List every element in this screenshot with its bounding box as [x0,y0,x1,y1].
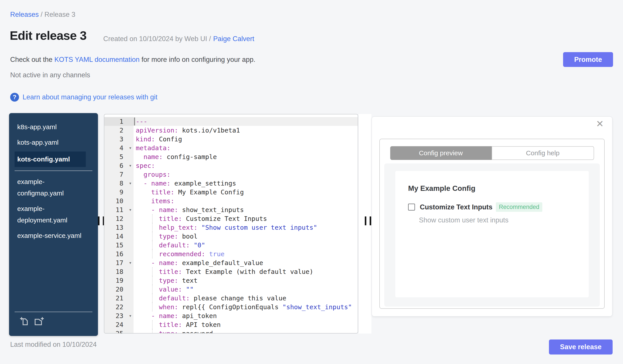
code-text: --- [134,117,358,126]
code-line-2[interactable]: 2apiVersion: kots.io/v1beta1 [104,126,358,135]
recommended-badge: Recommended [496,202,542,212]
code-text: - name: example_settings [134,179,358,188]
preview-tabs: Config preview Config help [390,146,594,160]
line-number: 19 [104,276,134,285]
fold-arrow-icon[interactable]: ▾ [129,258,132,267]
question-mark-icon: ? [10,93,19,101]
code-line-11[interactable]: 11▾ - name: show_text_inputs [104,205,358,214]
customize-text-inputs-checkbox[interactable] [408,204,415,210]
code-text: - name: show_text_inputs [134,205,358,214]
code-line-22[interactable]: 22 when: repl{{ ConfigOptionEquals "show… [104,303,358,311]
close-icon[interactable]: ✕ [596,119,604,129]
file-item-kots-config.yaml[interactable]: kots-config.yaml [15,152,86,167]
code-text: groups: [134,170,358,179]
last-modified-text: Last modified on 10/10/2024 [10,341,97,348]
code-line-25[interactable]: 25 type: password [104,329,358,334]
code-line-10[interactable]: 10 items: [104,197,358,205]
fold-arrow-icon[interactable]: ▾ [129,311,132,320]
code-line-6[interactable]: 6▾spec: [104,161,358,170]
file-item-kots-app.yaml[interactable]: kots-app.yaml [15,135,86,150]
code-line-7[interactable]: 7 groups: [104,170,358,179]
text-cursor [134,118,135,125]
fold-arrow-icon[interactable]: ▾ [129,179,132,188]
config-item-label: Customize Text Inputs [420,203,492,211]
release-meta: Created on 10/10/2024 by Web UI /Paige C… [103,35,254,43]
code-line-16[interactable]: 16 recommended: true [104,250,358,258]
code-line-4[interactable]: 4▾metadata: [104,143,358,152]
file-item-example-service.yaml[interactable]: example-service.yaml [15,228,86,243]
code-text: type: password [134,329,358,334]
file-item-k8s-app.yaml[interactable]: k8s-app.yaml [15,119,86,135]
breadcrumb-separator: / [39,11,44,18]
breadcrumb: Releases / Release 3 [10,11,75,19]
file-item-example-configmap.yaml[interactable]: example-configmap.yaml [15,174,86,201]
resize-bar [365,217,366,225]
git-help-link[interactable]: Learn about managing your releases with … [22,93,157,101]
page-title: Edit release 3 [10,28,87,43]
code-text: default: please change this value [134,294,358,303]
line-number: 14 [104,232,134,241]
code-line-20[interactable]: 20 value: "" [104,285,358,294]
code-text: type: bool [134,232,358,241]
code-line-24[interactable]: 24 title: API token [104,320,358,329]
file-tree-sidebar: k8s-app.yamlkots-app.yamlkots-config.yam… [9,113,98,336]
line-number: 22 [104,303,134,311]
line-number: 4▾ [104,143,134,152]
code-line-19[interactable]: 19 type: text [104,276,358,285]
line-number: 9 [104,188,134,197]
code-text: - name: example_default_value [134,258,358,267]
line-number: 2 [104,126,134,135]
tab-config-preview[interactable]: Config preview [390,146,492,160]
editor-resize-handle[interactable] [365,217,371,225]
code-line-23[interactable]: 23▾ - name: api_token [104,311,358,320]
breadcrumb-current: Release 3 [44,11,75,18]
code-line-8[interactable]: 8▾ - name: example_settings [104,179,358,188]
code-line-21[interactable]: 21 default: please change this value [104,294,358,303]
add-folder-icon[interactable] [34,316,44,326]
code-line-13[interactable]: 13 help_text: "Show custom user text inp… [104,223,358,232]
breadcrumb-releases-link[interactable]: Releases [10,11,39,18]
line-number: 12 [104,214,134,223]
fold-arrow-icon[interactable]: ▾ [129,161,132,170]
config-item-row: Customize Text Inputs Recommended [408,202,576,212]
code-text: title: My Example Config [134,188,358,197]
kots-docs-link[interactable]: KOTS YAML documentation [54,56,139,63]
resize-bar [98,217,99,225]
code-line-1[interactable]: 1--- [104,117,358,126]
add-file-icon[interactable] [20,316,30,326]
fold-arrow-icon[interactable]: ▾ [129,205,132,214]
code-line-3[interactable]: 3kind: Config [104,135,358,143]
code-text: type: text [134,276,358,285]
config-group-title: My Example Config [408,184,576,193]
line-number: 6▾ [104,161,134,170]
line-number: 18 [104,267,134,276]
code-lines: 1---2apiVersion: kots.io/v1beta13kind: C… [104,114,358,334]
code-text: apiVersion: kots.io/v1beta1 [134,126,358,135]
tab-config-help[interactable]: Config help [492,146,594,160]
line-number: 3 [104,135,134,143]
code-text: spec: [134,161,358,170]
code-text: title: Customize Text Inputs [134,214,358,223]
code-line-15[interactable]: 15 default: "0" [104,241,358,250]
code-text: recommended: true [134,250,358,258]
code-line-5[interactable]: 5 name: config-sample [104,152,358,161]
save-release-button[interactable]: Save release [549,340,613,355]
code-line-18[interactable]: 18 title: Text Example (with default val… [104,267,358,276]
promote-button[interactable]: Promote [563,52,613,67]
preview-inner-box: Config preview Config help My Example Co… [379,139,605,309]
yaml-code-editor[interactable]: 1---2apiVersion: kots.io/v1beta13kind: C… [104,114,358,334]
code-text: items: [134,197,358,205]
code-line-14[interactable]: 14 type: bool [104,232,358,241]
fold-arrow-icon[interactable]: ▾ [129,143,132,152]
line-number: 8▾ [104,179,134,188]
sidebar-resize-handle[interactable] [98,217,105,225]
author-link[interactable]: Paige Calvert [213,35,254,43]
code-line-12[interactable]: 12 title: Customize Text Inputs [104,214,358,223]
line-number: 1 [104,117,134,126]
code-text: - name: api_token [134,311,358,320]
line-number: 21 [104,294,134,303]
code-line-17[interactable]: 17▾ - name: example_default_value [104,258,358,267]
code-line-9[interactable]: 9 title: My Example Config [104,188,358,197]
file-item-example-deployment.yaml[interactable]: example-deployment.yaml [15,201,86,228]
line-number: 15 [104,241,134,250]
